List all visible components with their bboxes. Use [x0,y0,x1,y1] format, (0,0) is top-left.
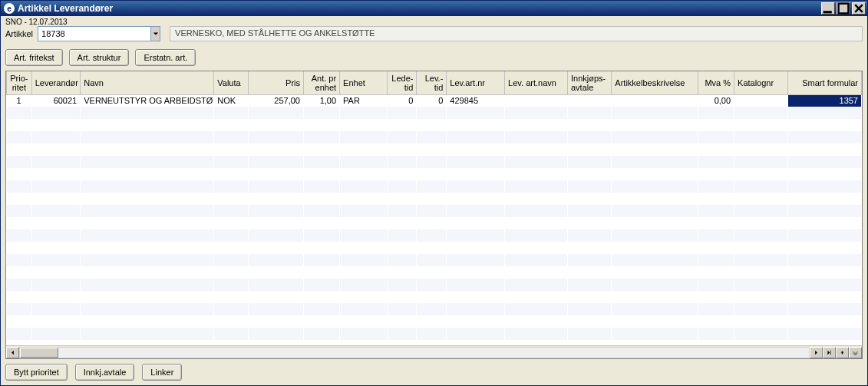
col-katalognr[interactable]: Katalognr [734,71,788,94]
cell-valuta [214,254,249,266]
cell-leverandor [31,180,80,193]
col-enhet[interactable]: Enhet [340,71,387,94]
cell-levtid [417,242,447,254]
cell-prioritet [7,144,32,156]
cell-levartnr [447,279,505,291]
cell-antpr [304,217,340,229]
col-levartnavn[interactable]: Lev. art.navn [505,71,568,94]
cell-smart [787,266,861,279]
cell-artbesk [612,168,698,180]
cell-smart[interactable]: 1357 [787,94,861,107]
expand-up-icon[interactable] [836,347,849,358]
col-ledetid[interactable]: Lede-tid [387,71,417,94]
cell-smart [787,303,861,315]
scroll-left-button[interactable] [6,347,19,358]
cell-artbesk [612,119,698,131]
cell-mva[interactable]: 0,00 [698,94,734,107]
cell-levtid [417,315,447,328]
art-struktur-button[interactable]: Art. struktur [69,49,130,66]
cell-prioritet[interactable]: 1 [7,94,32,107]
cell-levartnavn [505,144,568,156]
artikkel-input[interactable] [38,27,150,41]
cell-katalognr [734,328,788,340]
cell-valuta [214,328,249,340]
cell-smart [787,119,861,131]
cell-katalognr[interactable] [734,94,788,107]
cell-pris [249,180,304,193]
col-artbesk[interactable]: Artikkelbeskrivelse [612,71,698,94]
cell-levartnr[interactable]: 429845 [447,94,505,107]
cell-pris [249,229,304,242]
innkj-avtale-button[interactable]: Innkj.avtale [75,364,135,381]
horizontal-scrollbar[interactable] [6,345,862,358]
cell-levtid[interactable]: 0 [417,94,447,107]
cell-levtid [417,266,447,279]
cell-prioritet [7,242,32,254]
cell-artbesk[interactable] [612,94,698,107]
cell-levtid [417,193,447,205]
col-levtid[interactable]: Lev.-tid [417,71,447,94]
cell-levtid [417,131,447,144]
scroll-track[interactable] [19,347,810,358]
cell-pris [249,279,304,291]
cell-pris[interactable]: 257,00 [249,94,304,107]
cell-enhet [340,254,387,266]
cell-mva [698,242,734,254]
cell-antpr [304,119,340,131]
cell-pris [249,303,304,315]
cell-levtid [417,254,447,266]
minimize-button[interactable] [821,2,835,15]
cell-antpr [304,229,340,242]
empty-row [7,205,862,217]
cell-levartnr [447,168,505,180]
col-valuta[interactable]: Valuta [214,71,249,94]
cell-antpr[interactable]: 1,00 [304,94,340,107]
cell-artbesk [612,291,698,303]
linker-button[interactable]: Linker [142,364,182,381]
cell-leverandor[interactable]: 60021 [31,94,80,107]
col-antpr[interactable]: Ant. prenhet [304,71,340,94]
expand-down-icon[interactable] [849,347,862,358]
cell-levartnr [447,266,505,279]
cell-levartnr [447,156,505,168]
col-navn[interactable]: Navn [81,71,214,94]
cell-valuta [214,217,249,229]
col-innkjop[interactable]: Innkjøps-avtale [568,71,612,94]
scroll-end-button[interactable] [823,347,836,358]
cell-valuta [214,205,249,217]
col-smart[interactable]: Smart formular [787,71,861,94]
cell-navn[interactable]: VERNEUTSTYR OG ARBEIDSTØY A [81,94,214,107]
col-mva[interactable]: Mva % [698,71,734,94]
cell-innkjop [568,193,612,205]
table-row[interactable]: 160021VERNEUTSTYR OG ARBEIDSTØY ANOK257,… [7,94,862,107]
cell-innkjop [568,217,612,229]
data-grid[interactable]: Prio-ritetLeverandørNavnValutaPrisAnt. p… [6,71,862,345]
bytt-prioritet-button[interactable]: Bytt prioritet [5,364,68,381]
cell-innkjop [568,156,612,168]
maximize-button[interactable] [837,2,850,15]
artikkel-combo[interactable] [38,26,160,41]
col-pris[interactable]: Pris [249,71,304,94]
scroll-right-button[interactable] [810,347,823,358]
cell-enhet [340,119,387,131]
cell-innkjop[interactable] [568,94,612,107]
cell-ledetid [387,168,417,180]
cell-valuta[interactable]: NOK [214,94,249,107]
col-prioritet[interactable]: Prio-ritet [7,71,32,94]
cell-enhet[interactable]: PAR [340,94,387,107]
cell-leverandor [31,266,80,279]
scroll-thumb[interactable] [20,348,58,358]
close-button[interactable] [852,2,866,15]
col-leverandor[interactable]: Leverandør [31,71,80,94]
erstatn-art-button[interactable]: Erstatn. art. [135,49,196,66]
cell-antpr [304,303,340,315]
cell-mva [698,254,734,266]
cell-innkjop [568,180,612,193]
cell-levartnavn[interactable] [505,94,568,107]
chevron-down-icon[interactable] [150,27,160,41]
cell-levartnavn [505,254,568,266]
art-fritekst-button[interactable]: Art. fritekst [5,49,63,66]
cell-ledetid[interactable]: 0 [387,94,417,107]
col-levartnr[interactable]: Lev.art.nr [447,71,505,94]
cell-artbesk [612,144,698,156]
